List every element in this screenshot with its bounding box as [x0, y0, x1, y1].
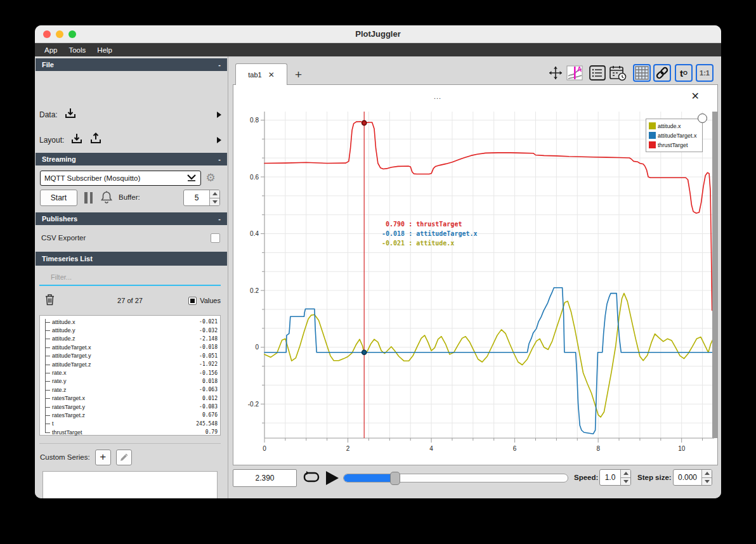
timeseries-item[interactable]: attitude.x-0.021 [40, 318, 220, 326]
spin-up-icon[interactable] [210, 190, 219, 198]
timeseries-item[interactable]: rate.x-0.156 [40, 368, 220, 377]
timeseries-item[interactable]: attitudeTarget.z-1.922 [40, 360, 220, 368]
start-streaming-button[interactable]: Start [40, 190, 77, 206]
svg-text:-0.2: -0.2 [248, 401, 259, 408]
timeseries-item-name: attitudeTarget.y [52, 353, 91, 359]
spin-down-icon[interactable] [621, 478, 630, 486]
menu-app[interactable]: App [39, 46, 63, 54]
play-button[interactable] [326, 471, 339, 485]
zoom-window-button[interactable] [68, 30, 76, 38]
pan-zoom-button[interactable] [547, 64, 564, 82]
load-data-icon[interactable] [64, 107, 77, 122]
edit-custom-series-button[interactable] [116, 450, 132, 465]
timeseries-item[interactable]: attitudeTarget.y-0.051 [40, 352, 220, 360]
timeseries-item[interactable]: ratesTarget.x0.012 [40, 394, 220, 403]
loop-icon [303, 470, 320, 486]
ratio-button[interactable]: 1:1 [696, 64, 714, 82]
streaming-section-header[interactable]: Streaming - [36, 153, 227, 165]
notifications-bell-icon[interactable] [100, 190, 113, 207]
legend-color-swatch [649, 141, 656, 148]
spin-up-icon[interactable] [621, 470, 630, 478]
date-time-button[interactable] [609, 64, 627, 82]
streaming-plugin-select[interactable]: MQTT Subscriber (Mosquitto) [40, 171, 201, 186]
curve-edit-icon: A [566, 65, 583, 81]
custom-series-label: Custom Series: [40, 453, 90, 461]
gear-icon[interactable]: ⚙ [204, 171, 218, 185]
legend-entry[interactable]: thrustTarget [649, 140, 700, 150]
plot-edge-strip [712, 112, 717, 438]
slider-handle[interactable] [390, 472, 400, 485]
load-layout-icon[interactable] [70, 133, 83, 148]
tracker-tooltip: 0.790 : thrustTarget-0.018 : attitudeTar… [382, 219, 478, 248]
custom-series-list[interactable] [42, 471, 218, 498]
timeseries-item[interactable]: rate.y0.018 [40, 377, 220, 385]
timeseries-item[interactable]: ratesTarget.y-0.083 [40, 403, 220, 411]
timeseries-item[interactable]: t245.548 [40, 420, 220, 428]
tab-close-icon[interactable]: ✕ [268, 70, 275, 79]
timeseries-section-header[interactable]: Timeseries List [36, 252, 227, 266]
pencil-icon [119, 453, 129, 462]
collapse-icon[interactable]: - [218, 155, 221, 163]
svg-text:8: 8 [596, 445, 600, 452]
timeseries-item[interactable]: attitudeTarget.x-0.018 [40, 343, 220, 351]
timeseries-item[interactable]: ratesTarget.z0.676 [40, 411, 220, 419]
legend-entry[interactable]: attitudeTarget.x [649, 131, 700, 140]
step-size-spinbox[interactable]: 0.000 [673, 469, 712, 486]
timeseries-filter-input[interactable]: Filter... [39, 269, 221, 286]
link-axes-button[interactable] [653, 64, 671, 82]
collapse-icon[interactable]: - [218, 61, 221, 68]
menu-help[interactable]: Help [91, 46, 118, 54]
grid-layout-button[interactable] [633, 64, 651, 82]
save-layout-icon[interactable] [89, 133, 102, 148]
menu-tools[interactable]: Tools [63, 46, 91, 54]
timeseries-item[interactable]: thrustTarget0.79 [40, 428, 220, 436]
tab-tab1[interactable]: tab1 ✕ [235, 63, 287, 85]
slider-fill [344, 474, 395, 482]
spin-down-icon[interactable] [210, 198, 219, 206]
layout-expand-arrow-icon[interactable] [217, 137, 221, 143]
speed-label: Speed: [574, 474, 598, 481]
loop-button[interactable] [303, 470, 320, 489]
svg-text:0.8: 0.8 [250, 117, 259, 124]
timeseries-item-value: -0.156 [199, 370, 220, 376]
minimize-window-button[interactable] [56, 30, 63, 38]
step-size-label: Step size: [637, 474, 672, 481]
spin-down-icon[interactable] [702, 478, 712, 486]
spin-up-icon[interactable] [702, 470, 712, 478]
timeseries-item[interactable]: attitude.z-2.148 [40, 335, 220, 343]
collapse-icon[interactable]: - [218, 215, 221, 223]
legend-color-swatch [649, 132, 656, 139]
csv-exporter-checkbox[interactable] [211, 233, 220, 243]
speed-spinbox[interactable]: 1.0 [599, 469, 631, 486]
timeseries-item-name: ratesTarget.x [52, 395, 85, 401]
values-toggle[interactable]: Values [188, 297, 221, 305]
list-view-button[interactable] [589, 64, 606, 82]
svg-text:0: 0 [263, 445, 266, 452]
add-custom-series-button[interactable]: + [95, 450, 111, 465]
close-window-button[interactable] [43, 30, 51, 38]
values-checkbox[interactable] [188, 297, 197, 305]
edit-curves-button[interactable]: A [566, 64, 583, 82]
legend-knob-icon[interactable] [698, 113, 707, 123]
file-section-header[interactable]: File - [36, 58, 227, 71]
data-expand-arrow-icon[interactable] [217, 112, 221, 118]
svg-text:0.4: 0.4 [250, 230, 259, 237]
timeseries-item[interactable]: rate.z-0.063 [40, 385, 220, 394]
time-slider[interactable] [343, 474, 568, 482]
timeseries-item-value: 0.676 [202, 412, 220, 418]
buffer-spinbox[interactable]: 5 [183, 190, 220, 206]
legend-entry[interactable]: attitude.x [649, 121, 700, 131]
new-tab-button[interactable]: + [295, 68, 302, 82]
pause-icon[interactable] [84, 192, 94, 204]
timeseries-item[interactable]: attitude.y-0.032 [40, 326, 220, 334]
publishers-section-header[interactable]: Publishers - [36, 212, 227, 225]
legend-color-swatch [649, 122, 656, 129]
menu-bar: App Tools Help [35, 43, 721, 56]
trash-icon[interactable] [44, 294, 55, 308]
timeseries-item-name: thrustTarget [52, 429, 82, 436]
time-offset-button[interactable]: tO [675, 64, 693, 82]
current-time-display[interactable]: 2.390 [233, 469, 297, 487]
plot-legend[interactable]: attitude.xattitudeTarget.xthrustTarget [646, 119, 703, 152]
link-icon [655, 66, 669, 80]
timeseries-item-name: rate.z [52, 387, 67, 393]
